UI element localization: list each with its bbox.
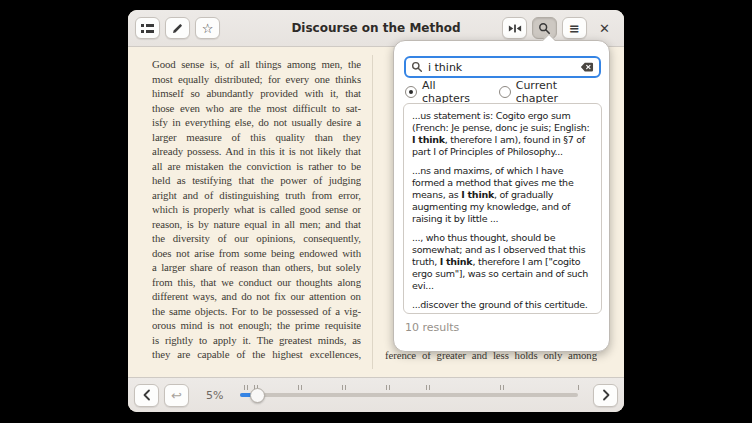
slider-tick [426,385,427,390]
fit-width-button[interactable] [502,17,527,39]
menu-button[interactable]: ≡ [562,17,587,39]
slider-track [240,393,578,397]
chevron-right-icon [601,389,611,401]
ebook-reader-window: Discourse on the Method ☆ [128,10,624,412]
book-line: heldastestifyingthatthepowerofjudging [152,173,361,188]
book-line: whichisproperlywhatiscalledgoodsenseor [152,202,361,217]
book-line: orousmindisnotenough;theprimerequisite [152,318,361,333]
book-line: arightandofdistinguishingtruthfromerror, [152,188,361,203]
slider-tick [298,385,299,390]
book-line: reason,isbynatureequalinallmen;andthat [152,217,361,232]
scope-label: All chapters [422,79,486,105]
header-left-buttons: ☆ [135,17,220,39]
search-result-item[interactable]: ..., who thus thought, should be somewha… [412,232,593,292]
navigation-bar: ↩ 5% [128,377,624,412]
book-line: thoseevenwhoarethemostdifficulttosat- [152,101,361,116]
slider-tick [578,385,579,390]
search-query-text: i think [428,61,575,74]
book-line: allaremistakentheconvictionisrathertobe [152,159,361,174]
pencil-icon [171,22,184,35]
book-line: thesameobjects.Fortobepossessedofavig- [152,304,361,319]
slider-tick [389,385,390,390]
scope-row: All chaptersCurrent chapter [405,84,601,100]
search-popover: i think All chaptersCurrent chapter ...u… [393,40,610,352]
progress-percent-label: 5% [206,389,223,402]
scope-radio-current-chapter[interactable]: Current chapter [499,79,601,105]
previous-page-button[interactable] [134,384,159,407]
book-line: isrightlytoapplyit.Thegreatestminds,as [152,333,361,348]
search-result-item[interactable]: ...ns and maxims, of which I have formed… [412,165,593,225]
star-icon: ☆ [202,22,214,35]
book-line: alreadypossess.Andinthisitisnotlikelytha… [152,144,361,159]
slider-tick [345,385,346,390]
slider-tick [301,385,302,390]
scope-radio-all-chapters[interactable]: All chapters [405,79,486,105]
next-page-button[interactable] [593,384,618,407]
book-line: himselfsoabundantlyprovidedwithit,that [152,86,361,101]
book-line: largermeasureofthisqualitythanthey [152,130,361,145]
book-line: isfyineverythingelse,donotusuallydesirea [152,115,361,130]
slider-tick [244,385,245,390]
search-input[interactable]: i think [404,56,601,78]
left-page-text: Goodsenseis,ofallthingsamongmen,themoste… [152,57,361,362]
contents-list-icon [141,24,154,33]
book-line: fromthis,thatweconductourthoughtsalong [152,275,361,290]
search-result-item[interactable]: ...discover the ground of this certitude… [412,299,593,314]
search-result-item[interactable]: ...us statement is: Cogito ergo sum (Fre… [412,110,593,158]
radio-selected-icon [405,86,417,98]
close-icon: ✕ [599,22,610,35]
search-results-list: ...us statement is: Cogito ergo sum (Fre… [403,103,602,314]
contents-button[interactable] [135,17,160,39]
slider-tick [342,385,343,390]
book-line: theyarecapableofthehighestexcellences, [152,347,361,362]
annotate-button[interactable] [165,17,190,39]
scope-label: Current chapter [516,79,601,105]
results-count: 10 results [405,321,459,334]
book-line: Goodsenseis,ofallthingsamongmen,the [152,57,361,72]
book-line: differentways,anddonotfixourattentionon [152,289,361,304]
undo-icon: ↩ [171,389,182,402]
slider-handle[interactable] [250,388,265,403]
radio-unselected-icon [499,86,511,98]
page-divider [372,55,373,369]
chevron-left-icon [142,389,152,401]
slider-tick [500,385,501,390]
header-right-buttons: ≡ ✕ [502,17,617,39]
popover-arrow [541,34,555,41]
progress-slider[interactable] [230,378,588,412]
search-icon [538,22,551,35]
book-line: alargershareofreasonthanothers,butsolely [152,260,361,275]
book-line: thediversityofouropinions,consequently, [152,231,361,246]
book-line: mostequallydistributed;foreveryonethinks [152,72,361,87]
hamburger-menu-icon: ≡ [569,22,580,35]
bookmark-button[interactable]: ☆ [195,17,220,39]
slider-tick [503,385,504,390]
book-line: doesnotarisefromsomebeingendowedwith [152,246,361,261]
slider-tick [247,385,248,390]
fit-width-icon [508,23,522,34]
search-icon [411,61,423,73]
go-back-button[interactable]: ↩ [164,384,189,407]
clear-search-icon[interactable] [580,61,594,73]
slider-tick [386,385,387,390]
slider-tick [429,385,430,390]
close-button[interactable]: ✕ [592,17,617,39]
